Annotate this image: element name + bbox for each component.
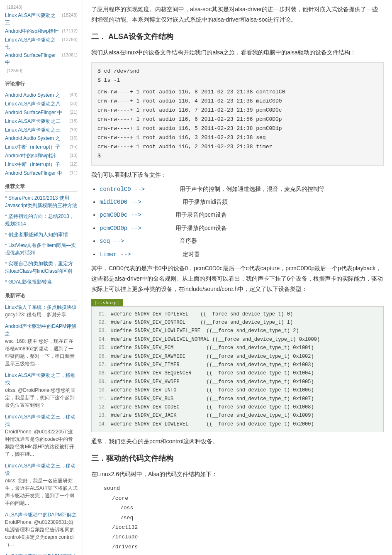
code-line: 05.#define SNDRV_DEV_PCM ((__force snd_d… bbox=[92, 344, 383, 352]
section3-intro: 在Linux2.6代码树中，Alsa的代码文件结构如下： bbox=[91, 469, 384, 479]
device-name: timer --> bbox=[100, 251, 131, 258]
section3-heading: 三．驱动的代码文件结构 bbox=[91, 453, 384, 465]
recommend-link[interactable]: * GDAL影像投影转换 bbox=[5, 279, 52, 285]
device-item: pcmC0D0p --> 用于播放的pcm设备 bbox=[100, 223, 384, 233]
comment-text: okss: @DroidPhone:您想您的固定，我是新手，想问下这个起到最先位… bbox=[5, 386, 78, 409]
popular-article-link[interactable]: Linux ALSA声卡驱动之二 bbox=[5, 118, 68, 125]
code-line: 12.#define SNDRV_DEV_CODEC ((__force snd… bbox=[92, 403, 383, 411]
popular-article-link[interactable]: Android Audio System 之 bbox=[5, 92, 68, 99]
file-line: $ bbox=[97, 152, 377, 161]
popular-article-link[interactable]: Linux ALSA声卡驱动之八 bbox=[5, 100, 68, 108]
device-desc: 用于录音的pcm设备 bbox=[175, 211, 227, 218]
popular-article-link[interactable]: Android SurfaceFlinger 中 bbox=[5, 170, 68, 177]
tree-item: /oss bbox=[104, 503, 384, 513]
code-line: 07.#define SNDRV_DEV_TIMER ((__force snd… bbox=[92, 361, 383, 369]
recommend-link[interactable]: * 坚持初过的方向：总结2013，规划2014 bbox=[5, 213, 74, 227]
popular-article-link[interactable]: Android SurfaceFlinger 中 bbox=[5, 109, 68, 116]
file-tree: sound/core/oss/seq/ioctl32/include/drive… bbox=[104, 484, 384, 552]
file-line: crw-rw----+ 1 root audio 116, 7 2011-02-… bbox=[97, 106, 377, 115]
file-line: crw-rw----+ 1 root audio 116, 8 2011-02-… bbox=[97, 88, 377, 97]
comment-author[interactable]: Linux ALSA声卡驱动之三，移动找 bbox=[5, 372, 78, 386]
popular-article-link[interactable]: Linux ALSA声卡驱动之三 bbox=[5, 127, 68, 134]
comment-author[interactable]: Linux ALSA声卡驱动之三，移动设 bbox=[5, 462, 78, 477]
top-article-item: Linux ALSA声卡驱动之七 (13786) bbox=[5, 37, 78, 51]
recommend-item: * GDAL影像投影转换 bbox=[5, 278, 78, 286]
tree-item: /core bbox=[104, 494, 384, 503]
code-line: 04.#define SNDRV_DEV_LOWLEVEL_NORMAL ((_… bbox=[92, 335, 383, 344]
popular-article-link[interactable]: Android Audio System 之 bbox=[5, 135, 68, 142]
body-text-1: 其中，C0D0代表的是声卡0中的设备0，pcmC0D0c最后一个c代表captu… bbox=[91, 263, 384, 295]
shell-commands-block: $ cd /dev/snd $ ls -l crw-rw----+ 1 root… bbox=[91, 62, 384, 166]
main-content: 了应用程序的实现难度。内核空间中，alsa-soc其实是对alsa-driver… bbox=[83, 0, 392, 555]
top-article-link[interactable]: Android SurfaceFlinger中 bbox=[5, 52, 60, 66]
tree-item: /drivers bbox=[104, 542, 384, 552]
recommend-link[interactable]: * ListView具有多个item两局—实现优惠对话列 bbox=[5, 242, 76, 256]
recommend-link[interactable]: * 创业者那些鲜为人知的事情 bbox=[5, 232, 68, 237]
tree-item: sound bbox=[104, 484, 384, 493]
device-name: seq --> bbox=[100, 238, 124, 244]
section2-intro: 我们从alsa在linux中的设备文件结构开始我们的alsa之旅，看看我的电脑中… bbox=[91, 47, 384, 58]
sidebar: (18248) Linux ALSA声卡驱动之三 (18248) Android… bbox=[0, 0, 83, 555]
recommend-item: * 实现自己的类加载类，重定方法loadClass与findClass的区别 bbox=[5, 260, 78, 275]
tree-item: /seq bbox=[104, 513, 384, 523]
popular-article-link[interactable]: Linux中断（interrupt）子 bbox=[5, 144, 68, 151]
comment-item: Linux输入子系统：多点触摸协议 gocy123: 很有用，多谢分享 bbox=[5, 303, 78, 318]
comment-item: Android声卡驱动中的DAPM评解之 wsc_168: 楼主 您好，现在正在… bbox=[5, 323, 78, 367]
latest-comments-title: 最新评论 bbox=[5, 292, 78, 301]
device-desc: 用于声卡的控制，例如通道选择，混音，麦克风的控制等 bbox=[180, 186, 325, 192]
file-line: crw-rw----+ 1 root audio 116, 6 2011-02-… bbox=[97, 115, 377, 124]
comment-author[interactable]: ALSA声卡驱动中的DAPM评解之 bbox=[5, 553, 78, 555]
device-list: controlC0 --> 用于声卡的控制，例如通道选择，混音，麦克风的控制等 … bbox=[100, 184, 384, 259]
comment-text: wsc_168: 楼主 您好，现在正在移植wm8962的驱动，遇到了一些疑问题，… bbox=[5, 337, 78, 367]
code-line: 14.#define SNDRV_DEV_LOWLEVEL ((__force … bbox=[92, 420, 383, 428]
top-article-item: (12550) bbox=[5, 68, 78, 74]
code-section: [c-sharp] 01.#define SNDRV_DEV_TOPLEVEL … bbox=[91, 299, 384, 432]
popular-article-item: Android SurfaceFlinger 中 (21) bbox=[5, 109, 78, 116]
comment-author[interactable]: ALSA声卡驱动中的DAPM评解之 bbox=[5, 511, 78, 518]
popular-article-link[interactable]: Android中的sp和wp指针 bbox=[5, 152, 68, 159]
comment-item: Linux ALSA声卡驱动之三，移动找 DroidPhone: @u01322… bbox=[5, 413, 78, 458]
devices-intro: 我们可以看到以下设备文件： bbox=[91, 170, 384, 180]
device-item: seq --> 音序器 bbox=[100, 236, 384, 246]
device-item: midiC0D0 --> 用于播放midi音频 bbox=[100, 197, 384, 207]
code-line: 06.#define SNDRV_DEV_RAWMIDI ((__force s… bbox=[92, 352, 383, 361]
comment-text: DroidPhone: @u012389631:如电源管理和音频路径告诉相同的c… bbox=[5, 518, 78, 548]
comment-item: Linux ALSA声卡驱动之三，移动找 okss: @DroidPhone:您… bbox=[5, 372, 78, 409]
comment-text: okss: 您好，我是一名应届研究生，最近在ALSA框架下将嵌入式声卡驱动开发完… bbox=[5, 477, 78, 507]
device-item: pcmC0D0c --> 用于录音的pcm设备 bbox=[100, 210, 384, 220]
comment-author[interactable]: Linux输入子系统：多点触摸协议 bbox=[5, 303, 78, 311]
top-article-link[interactable]: Linux ALSA声卡驱动之七 bbox=[5, 37, 60, 51]
intro-paragraph: 了应用程序的实现难度。内核空间中，alsa-soc其实是对alsa-driver… bbox=[91, 4, 384, 25]
recommend-link[interactable]: * 实现自己的类加载类，重定方法loadClass与findClass的区别 bbox=[5, 261, 73, 274]
comment-author[interactable]: Linux ALSA声卡驱动之三，移动找 bbox=[5, 413, 78, 428]
code-line: 08.#define SNDRV_DEV_SEQUENCER ((__force… bbox=[92, 369, 383, 377]
popular-article-item: Android中的sp和wp指针 (13) bbox=[5, 152, 78, 159]
popular-article-item: Linux ALSA声卡驱动之二 (18) bbox=[5, 118, 78, 125]
popular-article-item: Linux中断（interrupt）子 (15) bbox=[5, 144, 78, 151]
code-line: 01.#define SNDRV_DEV_TOPLEVEL ((__force … bbox=[92, 310, 383, 318]
comment-item: ALSA声卡驱动中的DAPM评解之 elliepfsang: 大哥，你好！这篇关… bbox=[5, 553, 78, 555]
file-line: crw-rw----+ 1 root audio 116, 3 2011-02-… bbox=[97, 133, 377, 142]
recommend-title: 推荐文章 bbox=[5, 183, 78, 192]
device-name: controlC0 --> bbox=[100, 186, 145, 193]
tree-item: /ioctl32 bbox=[104, 523, 384, 532]
body-text-2: 通常，我们更关心的是pcm和control这两种设备。 bbox=[91, 436, 384, 447]
comment-text: gocy123: 很有用，多谢分享 bbox=[5, 311, 78, 318]
top-article-link[interactable]: Linux ALSA声卡驱动之三 bbox=[5, 12, 60, 26]
popular-article-item: Android Audio System 之 (49) bbox=[5, 92, 78, 99]
tree-item: /include bbox=[104, 532, 384, 542]
recommend-item: * ListView具有多个item两局—实现优惠对话列 bbox=[5, 242, 78, 257]
popular-article-item: Android Audio System 之 (16) bbox=[5, 135, 78, 142]
top-article-link[interactable]: Android中的sp和wp指针 bbox=[5, 28, 60, 35]
device-name: midiC0D0 --> bbox=[100, 199, 141, 205]
top-article-item: (18248) bbox=[5, 4, 78, 10]
code-line: 09.#define SNDRV_DEV_HWDEP ((__force snd… bbox=[92, 378, 383, 386]
code-line: 11.#define SNDRV_DEV_BUS ((__force snd_d… bbox=[92, 395, 383, 403]
recommend-link[interactable]: * SharePoint 2010/2013 使用Javascript类列新权限… bbox=[5, 195, 77, 208]
numbered-code-block: 01.#define SNDRV_DEV_TOPLEVEL ((__force … bbox=[91, 306, 384, 432]
popular-article-link[interactable]: Linux中断（interrupt）子 bbox=[5, 161, 68, 168]
code-line: 02.#define SNDRV_DEV_CONTROL ((__force s… bbox=[92, 318, 383, 327]
latest-comments-section: 最新评论 Linux输入子系统：多点触摸协议 gocy123: 很有用，多谢分享… bbox=[5, 292, 78, 555]
file-line: crw-rw----+ 1 root audio 116, 5 2011-02-… bbox=[97, 124, 377, 133]
comment-author[interactable]: Android声卡驱动中的DAPM评解之 bbox=[5, 323, 78, 337]
